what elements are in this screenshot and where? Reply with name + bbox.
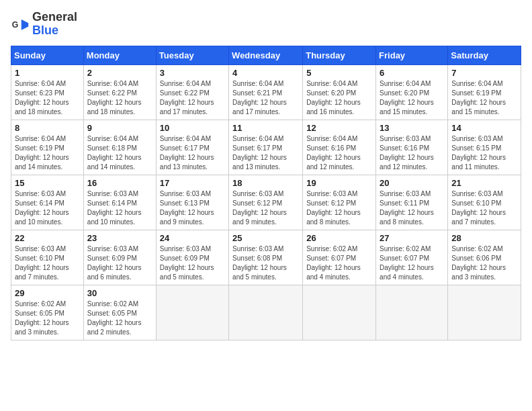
calendar-cell: 22Sunrise: 6:03 AM Sunset: 6:10 PM Dayli…: [11, 230, 84, 285]
calendar-cell: [156, 285, 228, 340]
day-info: Sunrise: 6:03 AM Sunset: 6:09 PM Dayligh…: [87, 244, 152, 282]
calendar-week-0: 1Sunrise: 6:04 AM Sunset: 6:23 PM Daylig…: [11, 64, 521, 120]
calendar-cell: 27Sunrise: 6:02 AM Sunset: 6:07 PM Dayli…: [376, 230, 448, 285]
calendar-cell: 10Sunrise: 6:04 AM Sunset: 6:17 PM Dayli…: [156, 120, 228, 175]
calendar-cell: 30Sunrise: 6:02 AM Sunset: 6:05 PM Dayli…: [83, 285, 156, 340]
day-info: Sunrise: 6:03 AM Sunset: 6:12 PM Dayligh…: [306, 189, 372, 227]
day-info: Sunrise: 6:03 AM Sunset: 6:08 PM Dayligh…: [232, 244, 299, 282]
day-number: 30: [87, 288, 152, 298]
calendar-cell: 5Sunrise: 6:04 AM Sunset: 6:20 PM Daylig…: [303, 64, 376, 120]
day-number: 9: [87, 123, 152, 133]
day-info: Sunrise: 6:03 AM Sunset: 6:11 PM Dayligh…: [380, 189, 444, 227]
calendar-cell: 8Sunrise: 6:04 AM Sunset: 6:19 PM Daylig…: [11, 120, 84, 175]
calendar-table: SundayMondayTuesdayWednesdayThursdayFrid…: [11, 46, 521, 340]
calendar-cell: 20Sunrise: 6:03 AM Sunset: 6:11 PM Dayli…: [376, 175, 448, 230]
day-number: 23: [87, 233, 152, 243]
day-info: Sunrise: 6:04 AM Sunset: 6:23 PM Dayligh…: [15, 79, 80, 117]
day-info: Sunrise: 6:04 AM Sunset: 6:20 PM Dayligh…: [306, 79, 372, 117]
day-info: Sunrise: 6:04 AM Sunset: 6:20 PM Dayligh…: [380, 79, 444, 117]
calendar-cell: 21Sunrise: 6:03 AM Sunset: 6:10 PM Dayli…: [448, 175, 521, 230]
day-info: Sunrise: 6:03 AM Sunset: 6:13 PM Dayligh…: [160, 189, 225, 227]
day-number: 5: [306, 68, 372, 78]
calendar-cell: 3Sunrise: 6:04 AM Sunset: 6:22 PM Daylig…: [156, 64, 228, 120]
logo-general: General: [32, 11, 77, 24]
calendar-week-4: 29Sunrise: 6:02 AM Sunset: 6:05 PM Dayli…: [11, 285, 521, 340]
calendar-cell: 11Sunrise: 6:04 AM Sunset: 6:17 PM Dayli…: [229, 120, 303, 175]
day-info: Sunrise: 6:03 AM Sunset: 6:10 PM Dayligh…: [451, 189, 517, 227]
calendar-header-row: SundayMondayTuesdayWednesdayThursdayFrid…: [11, 46, 521, 64]
logo-icon: G: [11, 15, 30, 34]
day-number: 29: [15, 288, 80, 298]
day-info: Sunrise: 6:04 AM Sunset: 6:17 PM Dayligh…: [232, 134, 299, 172]
day-number: 28: [451, 233, 517, 243]
day-info: Sunrise: 6:02 AM Sunset: 6:06 PM Dayligh…: [451, 244, 517, 282]
day-info: Sunrise: 6:04 AM Sunset: 6:22 PM Dayligh…: [87, 79, 152, 117]
calendar-cell: 4Sunrise: 6:04 AM Sunset: 6:21 PM Daylig…: [229, 64, 303, 120]
day-number: 17: [160, 178, 225, 188]
day-info: Sunrise: 6:03 AM Sunset: 6:14 PM Dayligh…: [87, 189, 152, 227]
weekday-header-saturday: Saturday: [448, 46, 521, 64]
day-info: Sunrise: 6:04 AM Sunset: 6:18 PM Dayligh…: [87, 134, 152, 172]
calendar-cell: 13Sunrise: 6:03 AM Sunset: 6:16 PM Dayli…: [376, 120, 448, 175]
day-number: 8: [15, 123, 80, 133]
calendar-cell: 1Sunrise: 6:04 AM Sunset: 6:23 PM Daylig…: [11, 64, 84, 120]
calendar-cell: 24Sunrise: 6:03 AM Sunset: 6:09 PM Dayli…: [156, 230, 228, 285]
calendar-cell: 25Sunrise: 6:03 AM Sunset: 6:08 PM Dayli…: [229, 230, 303, 285]
day-info: Sunrise: 6:04 AM Sunset: 6:17 PM Dayligh…: [160, 134, 225, 172]
day-number: 15: [15, 178, 80, 188]
day-info: Sunrise: 6:03 AM Sunset: 6:10 PM Dayligh…: [15, 244, 80, 282]
svg-text:G: G: [12, 20, 19, 30]
weekday-header-monday: Monday: [83, 46, 156, 64]
calendar-cell: 29Sunrise: 6:02 AM Sunset: 6:05 PM Dayli…: [11, 285, 84, 340]
day-info: Sunrise: 6:02 AM Sunset: 6:05 PM Dayligh…: [15, 300, 80, 337]
day-number: 24: [160, 233, 225, 243]
calendar-cell: 23Sunrise: 6:03 AM Sunset: 6:09 PM Dayli…: [83, 230, 156, 285]
day-number: 27: [380, 233, 444, 243]
day-number: 22: [15, 233, 80, 243]
calendar-cell: 9Sunrise: 6:04 AM Sunset: 6:18 PM Daylig…: [83, 120, 156, 175]
day-info: Sunrise: 6:04 AM Sunset: 6:19 PM Dayligh…: [451, 79, 517, 117]
day-info: Sunrise: 6:02 AM Sunset: 6:07 PM Dayligh…: [306, 244, 372, 282]
day-number: 19: [306, 178, 372, 188]
day-number: 16: [87, 178, 152, 188]
day-number: 7: [451, 68, 517, 78]
calendar-cell: 15Sunrise: 6:03 AM Sunset: 6:14 PM Dayli…: [11, 175, 84, 230]
calendar-cell: [376, 285, 448, 340]
day-info: Sunrise: 6:03 AM Sunset: 6:14 PM Dayligh…: [15, 189, 80, 227]
weekday-header-thursday: Thursday: [303, 46, 376, 64]
day-number: 2: [87, 68, 152, 78]
calendar-cell: 12Sunrise: 6:04 AM Sunset: 6:16 PM Dayli…: [303, 120, 376, 175]
svg-marker-1: [21, 19, 29, 30]
calendar-cell: [303, 285, 376, 340]
day-number: 10: [160, 123, 225, 133]
calendar-cell: 18Sunrise: 6:03 AM Sunset: 6:12 PM Dayli…: [229, 175, 303, 230]
calendar-cell: 19Sunrise: 6:03 AM Sunset: 6:12 PM Dayli…: [303, 175, 376, 230]
day-number: 4: [232, 68, 299, 78]
day-number: 12: [306, 123, 372, 133]
day-number: 18: [232, 178, 299, 188]
calendar-cell: 26Sunrise: 6:02 AM Sunset: 6:07 PM Dayli…: [303, 230, 376, 285]
day-info: Sunrise: 6:03 AM Sunset: 6:15 PM Dayligh…: [451, 134, 517, 172]
calendar-cell: [229, 285, 303, 340]
logo-blue: Blue: [32, 24, 77, 38]
calendar-week-3: 22Sunrise: 6:03 AM Sunset: 6:10 PM Dayli…: [11, 230, 521, 285]
day-number: 3: [160, 68, 225, 78]
day-info: Sunrise: 6:04 AM Sunset: 6:21 PM Dayligh…: [232, 79, 299, 117]
weekday-header-sunday: Sunday: [11, 46, 84, 64]
day-info: Sunrise: 6:03 AM Sunset: 6:16 PM Dayligh…: [380, 134, 444, 172]
day-info: Sunrise: 6:04 AM Sunset: 6:19 PM Dayligh…: [15, 134, 80, 172]
calendar-cell: 6Sunrise: 6:04 AM Sunset: 6:20 PM Daylig…: [376, 64, 448, 120]
calendar-body: 1Sunrise: 6:04 AM Sunset: 6:23 PM Daylig…: [11, 64, 521, 340]
day-info: Sunrise: 6:04 AM Sunset: 6:22 PM Dayligh…: [160, 79, 225, 117]
day-number: 21: [451, 178, 517, 188]
calendar-cell: [448, 285, 521, 340]
calendar-cell: 7Sunrise: 6:04 AM Sunset: 6:19 PM Daylig…: [448, 64, 521, 120]
day-number: 25: [232, 233, 299, 243]
logo: G General Blue: [11, 11, 77, 38]
calendar-cell: 2Sunrise: 6:04 AM Sunset: 6:22 PM Daylig…: [83, 64, 156, 120]
calendar-cell: 14Sunrise: 6:03 AM Sunset: 6:15 PM Dayli…: [448, 120, 521, 175]
calendar-cell: 28Sunrise: 6:02 AM Sunset: 6:06 PM Dayli…: [448, 230, 521, 285]
day-number: 14: [451, 123, 517, 133]
day-number: 1: [15, 68, 80, 78]
day-info: Sunrise: 6:04 AM Sunset: 6:16 PM Dayligh…: [306, 134, 372, 172]
